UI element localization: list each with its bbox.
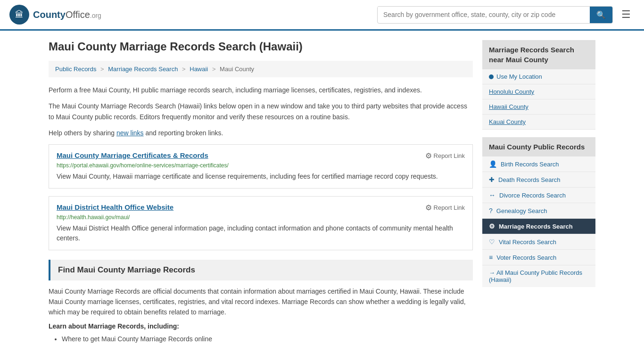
breadcrumb: Public Records > Marriage Records Search…	[49, 61, 473, 77]
sidebar-nearby-honolulu[interactable]: Honolulu County	[482, 84, 595, 99]
description3: Help others by sharing new links and rep…	[49, 128, 473, 138]
breadcrumb-sep1: >	[100, 66, 104, 73]
sidebar-item-genealogy[interactable]: ? Genealogy Search	[482, 203, 595, 219]
record-title-2[interactable]: Maui District Health Office Website	[57, 203, 173, 211]
page-title: Maui County Marriage Records Search (Haw…	[49, 40, 473, 53]
record-url-1[interactable]: https://portal.ehawaii.gov/home/online-s…	[57, 162, 465, 169]
description1: Perform a free Maui County, HI public ma…	[49, 85, 473, 95]
use-location[interactable]: Use My Location	[482, 69, 595, 84]
breadcrumb-public-records[interactable]: Public Records	[55, 66, 96, 73]
sidebar-nearby-title: Marriage Records Search near Maui County	[482, 40, 595, 69]
report-icon-2: ⚙	[425, 203, 432, 212]
voter-icon: ≡	[489, 254, 493, 261]
search-bar[interactable]: 🔍	[377, 6, 613, 24]
sidebar-public-records-title: Maui County Public Records	[482, 137, 595, 156]
record-entry-2-header: Maui District Health Office Website ⚙ Re…	[57, 203, 465, 212]
breadcrumb-sep2: >	[182, 66, 186, 73]
breadcrumb-sep3: >	[212, 66, 216, 73]
genealogy-icon: ?	[489, 207, 493, 214]
logo-icon: 🏛	[9, 5, 29, 25]
logo-text: CountyOffice.org	[33, 9, 101, 20]
search-input[interactable]	[378, 7, 590, 22]
sidebar-nearby-kauai[interactable]: Kauai County	[482, 115, 595, 130]
all-records-link[interactable]: → All Maui County Public Records (Hawaii…	[482, 265, 595, 287]
sidebar-item-death[interactable]: ✚ Death Records Search	[482, 172, 595, 188]
header-right: 🔍 ☰	[377, 6, 635, 24]
find-section-heading: Find Maui County Marriage Records	[49, 260, 473, 280]
search-button[interactable]: 🔍	[590, 7, 612, 23]
vital-icon: ♡	[489, 238, 495, 246]
divorce-icon: ↔	[489, 191, 495, 199]
main-content: Maui County Marriage Records Search (Haw…	[39, 31, 605, 354]
sidebar-public-records-section: Maui County Public Records 👤 Birth Recor…	[482, 137, 595, 287]
record-entry-1-header: Maui County Marriage Certificates & Reco…	[57, 151, 465, 160]
location-dot-icon	[489, 74, 494, 79]
record-entry-1: Maui County Marriage Certificates & Reco…	[49, 144, 473, 189]
find-section-subheading: Learn about Marriage Records, including:	[49, 322, 473, 330]
find-section-text: Maui County Marriage Records are officia…	[49, 286, 473, 318]
record-entry-2: Maui District Health Office Website ⚙ Re…	[49, 196, 473, 250]
bullet-1: Where to get Maui County Marriage Record…	[62, 334, 473, 345]
description2: The Maui County Marriage Records Search …	[49, 101, 473, 122]
birth-icon: 👤	[489, 160, 497, 168]
sidebar-item-voter[interactable]: ≡ Voter Records Search	[482, 250, 595, 265]
site-header: 🏛 CountyOffice.org 🔍 ☰	[0, 0, 644, 31]
sidebar-item-vital[interactable]: ♡ Vital Records Search	[482, 234, 595, 250]
record-url-2[interactable]: http://health.hawaii.gov/maui/	[57, 214, 465, 221]
report-link-1[interactable]: ⚙ Report Link	[425, 151, 465, 160]
breadcrumb-current: Maui County	[220, 66, 254, 73]
sidebar-nearby-hawaii[interactable]: Hawaii County	[482, 99, 595, 115]
breadcrumb-marriage-records[interactable]: Marriage Records Search	[108, 66, 178, 73]
find-section-bullets: Where to get Maui County Marriage Record…	[49, 334, 473, 345]
record-title-1[interactable]: Maui County Marriage Certificates & Reco…	[57, 151, 208, 159]
marriage-icon: ⚙	[489, 222, 495, 230]
left-content: Maui County Marriage Records Search (Haw…	[49, 40, 473, 345]
new-links[interactable]: new links	[116, 129, 144, 137]
right-sidebar: Marriage Records Search near Maui County…	[482, 40, 595, 345]
record-desc-1: View Maui County, Hawaii marriage certif…	[57, 172, 465, 181]
menu-button[interactable]: ☰	[618, 7, 635, 23]
breadcrumb-hawaii[interactable]: Hawaii	[190, 66, 208, 73]
logo-area: 🏛 CountyOffice.org	[9, 5, 101, 25]
report-link-2[interactable]: ⚙ Report Link	[425, 203, 465, 212]
report-icon-1: ⚙	[425, 151, 432, 160]
death-icon: ✚	[489, 176, 495, 183]
sidebar-item-marriage[interactable]: ⚙ Marriage Records Search	[482, 219, 595, 234]
sidebar-nearby-section: Marriage Records Search near Maui County…	[482, 40, 595, 130]
sidebar-item-divorce[interactable]: ↔ Divorce Records Search	[482, 188, 595, 203]
sidebar-item-birth[interactable]: 👤 Birth Records Search	[482, 156, 595, 172]
all-records-arrow-icon: →	[489, 269, 496, 276]
record-desc-2: View Maui District Health Office general…	[57, 223, 465, 243]
